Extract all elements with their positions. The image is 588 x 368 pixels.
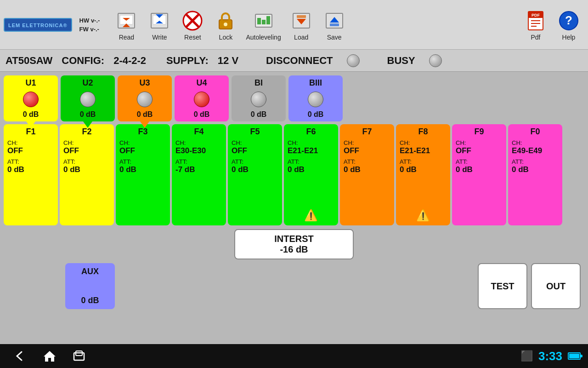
u1-card[interactable]: U1 0 dB (4, 75, 58, 121)
svg-marker-31 (44, 351, 56, 362)
save-button[interactable]: Save (319, 7, 350, 43)
u4-title: U4 (196, 78, 207, 88)
top-bar: LEM ELETTRONICA® HW v-.- FW v-.- Read (0, 0, 588, 50)
app-logo: LEM ELETTRONICA® (4, 18, 72, 32)
u2-card[interactable]: U2 0 dB (61, 75, 115, 121)
f1-att-label: ATT: (7, 158, 54, 165)
pdf-icon: PDF (524, 9, 548, 33)
bi-led (251, 92, 266, 107)
f5-ch-label: CH: (232, 139, 278, 146)
f1-ch-value: OFF (7, 146, 54, 155)
autoleveling-icon (252, 9, 276, 33)
f6-ch-label: CH: (288, 139, 334, 146)
reset-button[interactable]: Reset (177, 7, 208, 43)
bi-title: BI (254, 78, 263, 88)
bi-card[interactable]: BI 0 dB (232, 75, 286, 121)
read-button[interactable]: Read (111, 7, 142, 43)
config-value: 2-4-2-2 (113, 55, 146, 67)
pdf-button[interactable]: PDF Pdf (520, 7, 551, 43)
read-label: Read (119, 34, 134, 41)
f9-att-label: ATT: (456, 158, 503, 165)
f0-title: F0 (512, 127, 559, 137)
info-bar: AT50SAW CONFIG: 2-4-2-2 SUPPLY: 12 V DIS… (0, 50, 588, 72)
f5-card[interactable]: F5 CH: OFF ATT: 0 dB (228, 124, 282, 225)
status-bar: ⬛ 3:33 (0, 344, 588, 368)
f5-att-label: ATT: (232, 158, 278, 165)
u3-arrow (140, 121, 149, 128)
f6-warning-icon: ⚠️ (304, 209, 318, 222)
f2-ch-value: OFF (63, 146, 110, 155)
autoleveling-button[interactable]: Autoleveling (243, 7, 283, 43)
write-button[interactable]: Write (144, 7, 175, 43)
f2-card[interactable]: F2 CH: OFF ATT: 0 dB (60, 124, 114, 225)
biii-card[interactable]: BIII 0 dB (288, 75, 343, 121)
autoleveling-label: Autoleveling (246, 34, 281, 41)
f3-card[interactable]: F3 CH: OFF ATT: 0 dB (116, 124, 170, 225)
home-button[interactable] (37, 347, 62, 365)
f6-card[interactable]: F6 CH: E21-E21 ATT: 0 dB ⚠️ (284, 124, 338, 225)
f8-ch-label: CH: (400, 139, 447, 146)
f2-att-label: ATT: (63, 158, 110, 165)
back-button[interactable] (7, 347, 33, 365)
bi-db: 0 dB (251, 110, 267, 119)
status-right: ⬛ 3:33 (520, 349, 581, 363)
f9-card[interactable]: F9 CH: OFF ATT: 0 dB (452, 124, 506, 225)
load-button[interactable]: Load (286, 7, 317, 43)
svg-rect-22 (330, 23, 339, 26)
lock-button[interactable]: Lock (210, 7, 241, 43)
disconnect-led (347, 54, 360, 67)
recents-button[interactable] (66, 347, 92, 365)
logo-tm: ® (63, 23, 68, 28)
u4-card[interactable]: U4 0 dB (175, 75, 229, 121)
f9-ch-value: OFF (456, 146, 503, 155)
toolbar: Read Write Reset (111, 7, 520, 43)
f2-title: F2 (63, 127, 110, 137)
f1-card[interactable]: F1 CH: OFF ATT: 0 dB (4, 124, 58, 225)
f7-ch-label: CH: (344, 139, 390, 146)
interst-value: -16 dB (254, 244, 334, 255)
f5-title: F5 (232, 127, 278, 137)
interst-box[interactable]: INTERST -16 dB (234, 229, 354, 259)
battery-fill (569, 354, 579, 358)
recents-icon (72, 349, 86, 363)
u2-db: 0 dB (80, 110, 96, 119)
help-button[interactable]: ? Help (553, 7, 584, 43)
u1-arrow (26, 121, 35, 128)
aux-card[interactable]: AUX 0 dB (65, 263, 115, 309)
lock-icon (214, 9, 237, 33)
aux-value: 0 dB (81, 296, 99, 305)
test-button[interactable]: TEST (478, 263, 527, 309)
pdf-label: Pdf (531, 34, 540, 41)
f8-card[interactable]: F8 CH: E21-E21 ATT: 0 dB ⚠️ (396, 124, 450, 225)
f4-ch-label: CH: (175, 139, 222, 146)
f8-att-value: 0 dB (400, 165, 447, 174)
biii-led (308, 92, 323, 107)
u2-led (80, 92, 96, 107)
f7-card[interactable]: F7 CH: OFF ATT: 0 dB (340, 124, 394, 225)
f6-att-label: ATT: (288, 158, 334, 165)
f8-ch-value: E21-E21 (400, 146, 447, 155)
f8-title: F8 (400, 127, 447, 137)
u3-card[interactable]: U3 0 dB (118, 75, 172, 121)
u4-led (194, 92, 209, 107)
u3-db: 0 dB (137, 110, 153, 119)
f1-ch-label: CH: (7, 139, 54, 146)
help-icon: ? (557, 9, 581, 33)
reset-icon (181, 9, 204, 33)
f3-att-label: ATT: (119, 158, 166, 165)
out-button[interactable]: OUT (531, 263, 581, 309)
u4-db: 0 dB (194, 110, 210, 119)
f4-card[interactable]: F4 CH: E30-E30 ATT: -7 dB (172, 124, 226, 225)
fw-version: FW v-.- (79, 26, 100, 33)
svg-rect-15 (262, 20, 266, 24)
f0-card[interactable]: F0 CH: E49-E49 ATT: 0 dB (508, 124, 562, 225)
save-icon (322, 9, 346, 33)
hw-version: HW v-.- (79, 17, 100, 24)
f9-ch-label: CH: (456, 139, 503, 146)
f-row: F1 CH: OFF ATT: 0 dB F2 CH: OFF ATT: 0 d… (4, 124, 584, 225)
write-icon (147, 9, 171, 33)
battery-icon (568, 352, 581, 360)
lock-label: Lock (219, 34, 233, 41)
back-icon (13, 349, 27, 363)
f8-warning-icon: ⚠️ (416, 209, 430, 222)
